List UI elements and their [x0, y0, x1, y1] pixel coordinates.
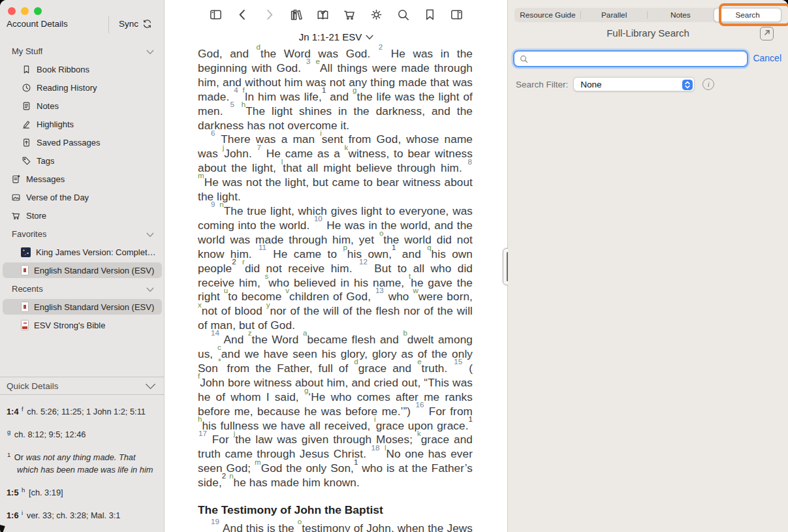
reader-toolbar [165, 7, 507, 23]
sidebar-item-highlights[interactable]: Highlights [0, 115, 165, 133]
cross-ref-link[interactable]: c [217, 343, 221, 351]
account-details-button[interactable]: Account Details [7, 19, 68, 29]
sidebar-item-verse-of-the-day[interactable]: Verse of the Day [0, 188, 165, 206]
cross-ref-link[interactable]: v [285, 286, 289, 294]
cross-ref-link[interactable]: j [223, 143, 225, 151]
cross-ref-link[interactable]: l [281, 157, 283, 166]
passage-picker-button[interactable]: Jn 1:1-21 ESV [299, 31, 374, 42]
cross-ref-link[interactable]: b [403, 328, 407, 337]
zoom-window-button[interactable] [34, 7, 42, 15]
quick-details-header[interactable]: Quick Details [0, 377, 164, 395]
sidebar-item-label: Book Ribbons [37, 65, 89, 74]
dropdown-stepper-icon [682, 80, 693, 90]
cross-ref-link[interactable]: q [427, 243, 431, 251]
sidebar-item-king-james-version-complet-[interactable]: King James Version: Complet… [0, 243, 165, 261]
bookmark-icon[interactable] [422, 7, 438, 23]
cross-ref-link[interactable]: h [242, 100, 245, 108]
sidebar-item-english-standard-version-esv-[interactable]: English Standard Version (ESV) [0, 261, 165, 279]
footnote-marker[interactable]: 1 [392, 243, 396, 251]
cross-ref-link[interactable]: l [385, 443, 386, 452]
cross-ref-link[interactable]: o [298, 517, 302, 525]
footnote-marker: * [218, 357, 221, 366]
sidebar-item-store[interactable]: Store [0, 206, 165, 225]
panel-left-icon[interactable] [208, 7, 224, 23]
cross-ref-link[interactable]: h [198, 415, 202, 423]
search-filter-dropdown[interactable]: None [573, 77, 695, 91]
sidebar-section-my-stuff[interactable]: My Stuff [0, 42, 165, 60]
divider [108, 16, 109, 33]
cross-ref-link[interactable]: w [413, 286, 418, 294]
sidebar-item-reading-history[interactable]: Reading History [0, 78, 165, 97]
minimize-window-button[interactable] [21, 7, 29, 15]
account-row: Account Details Sync [0, 17, 165, 33]
cross-ref-link[interactable]: e [316, 57, 320, 65]
cross-ref-link[interactable]: e [417, 357, 421, 366]
library-icon[interactable] [289, 7, 304, 23]
tab-notes[interactable]: Notes [648, 8, 714, 22]
sidebar-item-saved-passages[interactable]: Saved Passages [0, 133, 165, 151]
cross-ref-link[interactable]: y [266, 300, 270, 309]
cross-ref-link[interactable]: z [248, 328, 252, 337]
sidebar-item-label: King James Version: Complet… [36, 247, 156, 257]
cross-ref-link[interactable]: a [303, 328, 307, 337]
sidebar-item-notes[interactable]: Notes [0, 97, 165, 115]
sync-label: Sync [119, 19, 138, 29]
cross-ref-link[interactable]: k [417, 429, 421, 437]
cross-ref-link[interactable]: i [320, 129, 322, 137]
footnote-marker[interactable]: 1 [469, 415, 473, 423]
chevron-back-icon[interactable] [235, 7, 251, 23]
cross-ref-link[interactable]: u [224, 286, 228, 294]
close-window-button[interactable] [8, 7, 16, 15]
sidebar-item-esv-strong-s-bible[interactable]: ESV Strong's Bible [0, 316, 165, 334]
window-controls [8, 7, 42, 15]
tab-search[interactable]: Search [714, 8, 781, 22]
cross-ref-link[interactable]: p [343, 243, 347, 251]
cross-ref-link[interactable]: f [242, 86, 244, 94]
cancel-button[interactable]: Cancel [753, 53, 781, 63]
panel-right-icon[interactable] [449, 7, 465, 23]
cross-ref-link[interactable]: m [198, 171, 204, 180]
sidebar-section-favorites[interactable]: Favorites [0, 225, 165, 243]
footnote-marker[interactable]: 2 [222, 471, 226, 480]
search-icon[interactable] [396, 7, 411, 23]
cross-ref-link[interactable]: o [379, 228, 383, 237]
search-field[interactable] [513, 50, 748, 67]
reader-pane: Jn 1:1-21 ESV God, and dthe Word was God… [165, 0, 507, 532]
verse-number: 3 [306, 57, 311, 65]
cross-ref-link[interactable]: n [229, 471, 233, 480]
cross-ref-link[interactable]: k [345, 143, 349, 151]
cross-ref-link[interactable]: d [354, 357, 358, 366]
footnote-marker[interactable]: 1 [322, 86, 326, 94]
cross-ref-link[interactable]: g [353, 86, 356, 94]
cross-ref-link[interactable]: i [374, 415, 376, 423]
footnote-marker[interactable]: 1 [354, 458, 358, 466]
cross-ref-link[interactable]: n [219, 200, 223, 208]
cross-ref-link[interactable]: d [257, 42, 260, 51]
verse-number: 4 [233, 86, 238, 94]
cross-ref-link[interactable]: f [198, 371, 200, 380]
sidebar-item-messages[interactable]: Messages [0, 170, 165, 188]
sidebar-item-label: English Standard Version (ESV) [34, 266, 154, 275]
sidebar-item-book-ribbons[interactable]: Book Ribbons [0, 60, 165, 78]
sidebar-item-tags[interactable]: Tags [0, 151, 165, 170]
book-cover-icon [21, 265, 29, 275]
book-check-icon[interactable] [315, 7, 331, 23]
sidebar-section-recents[interactable]: Recents [0, 279, 165, 298]
cross-ref-link[interactable]: j [234, 429, 236, 437]
tab-resource-guide[interactable]: Resource Guide [514, 8, 581, 22]
cross-ref-link[interactable]: m [255, 458, 261, 466]
cross-ref-link[interactable]: r [242, 257, 245, 266]
info-icon[interactable]: i [702, 78, 714, 90]
search-input[interactable] [529, 54, 747, 64]
footnote-marker[interactable]: 2 [232, 257, 236, 266]
sync-button[interactable]: Sync [119, 18, 153, 29]
cross-ref-link[interactable]: t [409, 272, 411, 280]
tab-parallel[interactable]: Parallel [581, 8, 648, 22]
gear-icon[interactable] [369, 7, 385, 23]
cross-ref-link[interactable]: s [265, 272, 269, 280]
cross-ref-link[interactable]: g [304, 386, 308, 394]
cart-icon[interactable] [342, 7, 358, 23]
cross-ref-link[interactable]: x [198, 300, 202, 309]
popout-button[interactable] [760, 27, 774, 40]
sidebar-item-english-standard-version-esv-[interactable]: English Standard Version (ESV) [0, 298, 165, 316]
